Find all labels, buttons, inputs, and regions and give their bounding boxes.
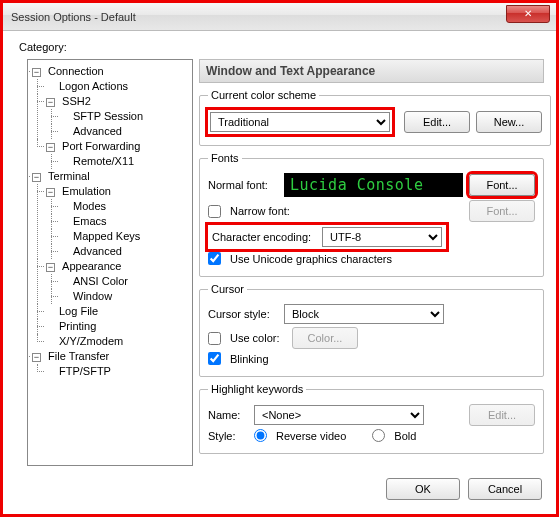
dialog-content: Category: − Connection Logon Actions − S…	[7, 33, 552, 510]
cursor-group: Cursor Cursor style: Block Use color: Co…	[199, 283, 544, 377]
highlight-name-select[interactable]: <None>	[254, 405, 424, 425]
tree-logon-actions[interactable]: Logon Actions	[46, 80, 128, 92]
highlight-legend: Highlight keywords	[208, 383, 306, 395]
highlight-group: Highlight keywords Name: <None> Edit... …	[199, 383, 544, 454]
tree-remote-x11[interactable]: Remote/X11	[60, 155, 134, 167]
tree-emacs[interactable]: Emacs	[60, 215, 107, 227]
highlight-style-label: Style:	[208, 430, 248, 442]
tree-mapped-keys[interactable]: Mapped Keys	[60, 230, 140, 242]
narrow-font-label: Narrow font:	[230, 205, 290, 217]
normal-font-button[interactable]: Font...	[469, 174, 535, 196]
tree-file-transfer[interactable]: File Transfer	[46, 350, 109, 362]
expand-icon[interactable]: −	[32, 353, 41, 362]
reverse-video-radio[interactable]	[254, 429, 267, 442]
fonts-group: Fonts Normal font: Lucida Console Font..…	[199, 152, 544, 277]
cursor-color-button: Color...	[292, 327, 358, 349]
reverse-video-label: Reverse video	[276, 430, 346, 442]
encoding-label: Character encoding:	[212, 231, 316, 243]
tree-advanced[interactable]: Advanced	[60, 245, 122, 257]
cancel-button[interactable]: Cancel	[468, 478, 542, 500]
tree-emulation[interactable]: Emulation	[60, 185, 111, 197]
expand-icon[interactable]: −	[46, 98, 55, 107]
tree-modes[interactable]: Modes	[60, 200, 106, 212]
bold-label: Bold	[394, 430, 416, 442]
unicode-graphics-label: Use Unicode graphics characters	[230, 253, 392, 265]
expand-icon[interactable]: −	[32, 68, 41, 77]
font-preview: Lucida Console	[284, 173, 463, 197]
dialog-buttons: OK Cancel	[386, 478, 542, 500]
close-icon: ✕	[524, 9, 532, 19]
tree-ssh2[interactable]: SSH2	[60, 95, 91, 107]
blinking-checkbox[interactable]	[208, 352, 221, 365]
color-scheme-group: Current color scheme Traditional Edit...…	[199, 89, 551, 146]
narrow-font-checkbox[interactable]	[208, 205, 221, 218]
settings-panel: Window and Text Appearance Current color…	[199, 59, 544, 466]
category-tree[interactable]: − Connection Logon Actions − SSH2 SFTP S…	[27, 59, 193, 466]
tree-sftp-session[interactable]: SFTP Session	[60, 110, 143, 122]
category-label: Category:	[19, 41, 67, 53]
fonts-legend: Fonts	[208, 152, 242, 164]
tree-ftp-sftp[interactable]: FTP/SFTP	[46, 365, 111, 377]
tree-appearance[interactable]: Appearance	[60, 260, 121, 272]
tree-window[interactable]: Window	[60, 290, 112, 302]
tree-connection[interactable]: Connection	[46, 65, 104, 77]
color-scheme-select[interactable]: Traditional	[210, 112, 390, 132]
titlebar: Session Options - Default ✕	[3, 3, 556, 31]
highlight-edit-button: Edit...	[469, 404, 535, 426]
expand-icon[interactable]: −	[46, 188, 55, 197]
expand-icon[interactable]: −	[46, 263, 55, 272]
section-header: Window and Text Appearance	[199, 59, 544, 83]
bold-radio[interactable]	[372, 429, 385, 442]
expand-icon[interactable]: −	[46, 143, 55, 152]
expand-icon[interactable]: −	[32, 173, 41, 182]
ok-button[interactable]: OK	[386, 478, 460, 500]
normal-font-label: Normal font:	[208, 179, 278, 191]
blinking-label: Blinking	[230, 353, 269, 365]
tree-advanced[interactable]: Advanced	[60, 125, 122, 137]
cursor-legend: Cursor	[208, 283, 247, 295]
window-close-button[interactable]: ✕	[506, 5, 550, 23]
narrow-font-button: Font...	[469, 200, 535, 222]
use-color-checkbox[interactable]	[208, 332, 221, 345]
tree-port-forwarding[interactable]: Port Forwarding	[60, 140, 140, 152]
encoding-select[interactable]: UTF-8	[322, 227, 442, 247]
color-scheme-edit-button[interactable]: Edit...	[404, 111, 470, 133]
color-scheme-legend: Current color scheme	[208, 89, 319, 101]
tree-ansi-color[interactable]: ANSI Color	[60, 275, 128, 287]
annotation-highlight-window: Session Options - Default ✕ Category: − …	[0, 0, 559, 517]
tree-log-file[interactable]: Log File	[46, 305, 98, 317]
window-title: Session Options - Default	[11, 11, 136, 23]
highlight-name-label: Name:	[208, 409, 248, 421]
cursor-style-select[interactable]: Block	[284, 304, 444, 324]
tree-xyzmodem[interactable]: X/Y/Zmodem	[46, 335, 123, 347]
unicode-graphics-checkbox[interactable]	[208, 252, 221, 265]
cursor-style-label: Cursor style:	[208, 308, 278, 320]
tree-printing[interactable]: Printing	[46, 320, 96, 332]
tree-terminal[interactable]: Terminal	[46, 170, 90, 182]
use-color-label: Use color:	[230, 332, 286, 344]
color-scheme-new-button[interactable]: New...	[476, 111, 542, 133]
